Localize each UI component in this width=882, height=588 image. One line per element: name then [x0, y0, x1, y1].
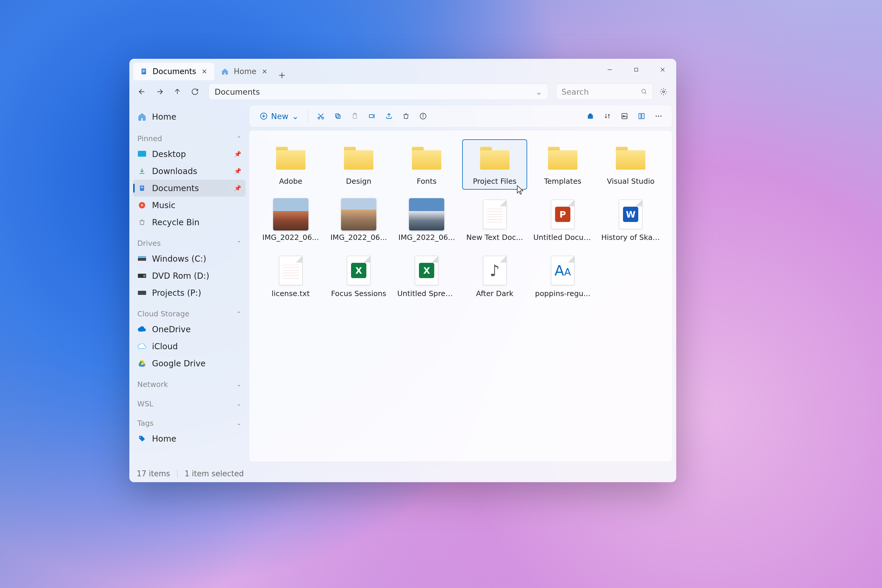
- chevron-down-icon[interactable]: ⌄: [536, 87, 542, 96]
- sidebar-item-music[interactable]: Music: [133, 196, 246, 214]
- download-icon: [137, 166, 147, 176]
- chevron-up-icon: ⌃: [236, 135, 242, 142]
- music-icon: [137, 201, 147, 210]
- sidebar-item-drive-d[interactable]: DVD Rom (D:): [133, 267, 246, 284]
- info-button[interactable]: [416, 108, 431, 124]
- pin-icon[interactable]: 📌: [234, 150, 242, 158]
- layout-button[interactable]: [634, 108, 649, 124]
- file-label: license.txt: [272, 289, 310, 298]
- maximize-button[interactable]: [623, 59, 650, 80]
- excel-icon: X: [341, 256, 376, 285]
- sort-button[interactable]: [600, 108, 615, 124]
- sidebar-item-desktop[interactable]: Desktop📌: [133, 146, 246, 163]
- sidebar-item-recycle-bin[interactable]: Recycle Bin: [133, 214, 246, 231]
- item-count: 17 items: [137, 469, 170, 478]
- file-item[interactable]: Adobe: [258, 140, 323, 190]
- svg-rect-20: [138, 291, 146, 295]
- search-input[interactable]: Search: [556, 84, 653, 100]
- file-grid: AdobeDesignFontsProject FilesTemplatesVi…: [249, 130, 672, 462]
- rename-button[interactable]: [364, 108, 380, 124]
- file-item[interactable]: New Text Doc...: [462, 195, 527, 246]
- extract-button[interactable]: [583, 108, 598, 124]
- refresh-button[interactable]: [188, 85, 202, 99]
- file-item[interactable]: Design: [326, 140, 391, 190]
- file-item[interactable]: IMG_2022_06...: [326, 195, 391, 246]
- file-item[interactable]: XUntitled Spreads...: [394, 252, 459, 302]
- file-label: After Dark: [476, 289, 513, 298]
- copy-button[interactable]: [330, 108, 345, 124]
- file-item[interactable]: Templates: [530, 140, 595, 190]
- file-item[interactable]: IMG_2022_06...: [394, 195, 459, 246]
- sidebar-item-onedrive[interactable]: OneDrive: [133, 321, 246, 338]
- main: New ⌄ AdobeDesignFontsProject Fi: [249, 103, 676, 465]
- disc-icon: [137, 271, 147, 280]
- pin-icon[interactable]: 📌: [234, 184, 242, 192]
- file-item[interactable]: license.txt: [258, 252, 323, 302]
- svg-point-10: [663, 91, 665, 93]
- sidebar-item-label: Home: [152, 112, 176, 122]
- sidebar-section-pinned[interactable]: Pinned⌃: [133, 131, 246, 146]
- more-button[interactable]: [651, 108, 666, 124]
- file-explorer-window: Documents ✕ Home ✕ + Documents ⌄ Search: [129, 59, 676, 482]
- svg-line-9: [645, 93, 646, 94]
- sidebar-home[interactable]: Home: [133, 107, 246, 126]
- file-item[interactable]: ♪After Dark: [462, 252, 527, 302]
- folder-icon: [409, 144, 444, 173]
- file-item[interactable]: AApoppins-regu...: [530, 252, 595, 302]
- up-button[interactable]: [170, 85, 184, 99]
- forward-button[interactable]: [153, 85, 167, 99]
- file-item[interactable]: WHistory of Skate...: [598, 195, 663, 246]
- sidebar-section-cloud[interactable]: Cloud Storage⌃: [133, 307, 246, 321]
- file-item[interactable]: Fonts: [394, 140, 459, 190]
- file-item[interactable]: Visual Studio: [598, 140, 663, 190]
- file-label: Untitled Spreads...: [397, 289, 456, 298]
- folder-icon: [477, 144, 513, 173]
- paste-button[interactable]: [347, 108, 363, 124]
- share-button[interactable]: [381, 108, 397, 124]
- address-bar[interactable]: Documents ⌄: [208, 84, 548, 100]
- sidebar-item-drive-c[interactable]: Windows (C:): [133, 250, 246, 267]
- new-button[interactable]: New ⌄: [255, 110, 303, 123]
- view-options-button[interactable]: [617, 108, 632, 124]
- file-item[interactable]: PUntitled Docum...: [530, 195, 595, 246]
- delete-button[interactable]: [398, 108, 414, 124]
- back-button[interactable]: [135, 85, 149, 99]
- sidebar-item-gdrive[interactable]: Google Drive: [133, 355, 246, 372]
- document-icon: [139, 67, 148, 76]
- file-item[interactable]: Project Files: [462, 140, 527, 190]
- svg-point-46: [660, 116, 662, 117]
- word-icon: W: [613, 200, 648, 229]
- close-icon[interactable]: ✕: [261, 68, 269, 75]
- tab-documents[interactable]: Documents ✕: [133, 63, 214, 80]
- sidebar-section-drives[interactable]: Drives⌃: [133, 236, 246, 250]
- sidebar-item-icloud[interactable]: iCloud: [133, 338, 246, 355]
- desktop-icon: [137, 149, 147, 159]
- settings-button[interactable]: [657, 85, 670, 99]
- sidebar-item-downloads[interactable]: Downloads📌: [133, 163, 246, 180]
- onedrive-icon: [137, 325, 147, 334]
- search-icon: [641, 88, 647, 95]
- sidebar-item-documents[interactable]: Documents📌: [133, 180, 246, 196]
- sidebar-section-wsl[interactable]: WSL⌄: [133, 397, 246, 411]
- cut-button[interactable]: [313, 108, 328, 124]
- svg-point-45: [658, 116, 659, 117]
- text-icon: [477, 200, 513, 229]
- minimize-button[interactable]: [597, 59, 623, 80]
- sidebar-item-tag-home[interactable]: Home: [133, 430, 246, 447]
- sidebar-section-network[interactable]: Network⌄: [133, 377, 246, 392]
- sidebar-section-tags[interactable]: Tags⌄: [133, 416, 246, 430]
- sidebar-item-drive-p[interactable]: Projects (P:): [133, 284, 246, 302]
- svg-point-37: [423, 115, 423, 115]
- tab-home[interactable]: Home ✕: [214, 63, 274, 80]
- close-button[interactable]: [650, 59, 676, 80]
- file-item[interactable]: IMG_2022_06...: [258, 195, 323, 246]
- file-item[interactable]: XFocus Sessions: [326, 252, 391, 302]
- file-label: Design: [346, 177, 371, 186]
- font-icon: AA: [545, 256, 580, 285]
- pin-icon[interactable]: 📌: [234, 168, 242, 175]
- new-tab-button[interactable]: +: [274, 70, 289, 80]
- svg-rect-14: [141, 188, 143, 188]
- close-icon[interactable]: ✕: [200, 68, 208, 75]
- file-label: IMG_2022_06...: [330, 233, 387, 242]
- svg-rect-3: [142, 72, 144, 72]
